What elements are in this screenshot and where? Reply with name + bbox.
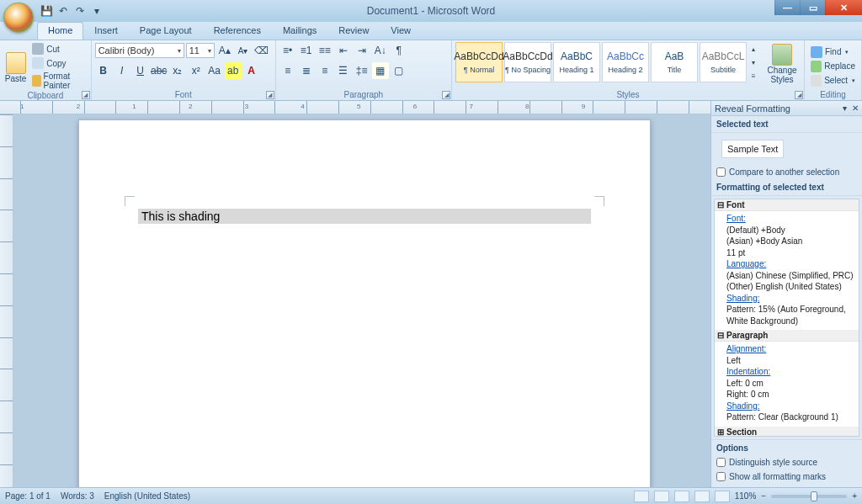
status-words[interactable]: Words: 3	[61, 491, 94, 501]
multilevel-button[interactable]: ≡≡	[317, 42, 333, 59]
undo-icon[interactable]: ↶	[56, 3, 71, 19]
view-web-layout[interactable]	[674, 491, 689, 502]
indentation-link[interactable]: Indentation:	[726, 367, 770, 376]
tab-mailings[interactable]: Mailings	[272, 22, 327, 40]
style-scroll-up[interactable]: ▴	[748, 42, 758, 56]
select-button[interactable]: Select▾	[808, 74, 858, 88]
tab-view[interactable]: View	[380, 22, 422, 40]
tab-review[interactable]: Review	[327, 22, 380, 40]
align-right-button[interactable]: ≡	[317, 62, 333, 79]
replace-button[interactable]: Replace	[808, 60, 858, 73]
paragraph-dialog-launcher[interactable]: ◢	[442, 91, 450, 99]
shading-link[interactable]: Shading:	[726, 294, 759, 303]
panel-dropdown-icon[interactable]: ▾	[843, 103, 847, 113]
change-case-button[interactable]: Aa	[206, 62, 223, 79]
vertical-ruler[interactable]	[0, 114, 13, 487]
numbering-button[interactable]: ≡1	[298, 42, 315, 59]
copy-button[interactable]: Copy	[29, 56, 87, 70]
decrease-indent-button[interactable]: ⇤	[335, 42, 352, 59]
superscript-button[interactable]: x²	[188, 62, 205, 79]
para-shading-link[interactable]: Shading:	[726, 401, 759, 411]
close-button[interactable]: ✕	[825, 0, 862, 15]
distinguish-checkbox-row[interactable]: Distinguish style source	[716, 455, 857, 470]
sort-button[interactable]: A↓	[372, 42, 389, 59]
minimize-button[interactable]: —	[774, 0, 800, 15]
formatting-details[interactable]: ⊟Font Font: (Default) +Body (Asian) +Bod…	[714, 199, 859, 437]
clipboard-dialog-launcher[interactable]: ◢	[82, 91, 90, 99]
expand-icon[interactable]: ⊞	[717, 427, 724, 437]
section-header[interactable]: ⊞Section	[715, 427, 859, 438]
shaded-text-line[interactable]: This is shading	[138, 209, 591, 224]
style-scroll-down[interactable]: ▾	[748, 56, 758, 69]
zoom-thumb[interactable]	[811, 491, 817, 501]
sample-text-box[interactable]: Sample Text	[721, 140, 784, 158]
status-language[interactable]: English (United States)	[104, 491, 190, 501]
view-print-layout[interactable]	[634, 491, 649, 502]
compare-checkbox-row[interactable]: Compare to another selection	[711, 165, 862, 179]
tab-page-layout[interactable]: Page Layout	[129, 22, 203, 40]
subscript-button[interactable]: x₂	[169, 62, 186, 79]
paragraph-header[interactable]: ⊟Paragraph	[715, 330, 859, 342]
view-outline[interactable]	[694, 491, 710, 502]
change-styles-button[interactable]: Change Styles	[764, 42, 801, 84]
showall-checkbox[interactable]	[716, 472, 726, 481]
bold-button[interactable]: B	[95, 62, 112, 79]
style-tile--normal[interactable]: AaBbCcDd¶ Normal	[455, 42, 503, 82]
collapse-icon[interactable]: ⊟	[717, 200, 724, 210]
page[interactable]: This is shading	[78, 119, 651, 487]
zoom-slider[interactable]	[771, 495, 847, 498]
font-dialog-launcher[interactable]: ◢	[266, 91, 274, 99]
line-spacing-button[interactable]: ‡≡	[354, 62, 370, 79]
font-color-button[interactable]: A	[243, 62, 260, 79]
style-tile-heading-2[interactable]: AaBbCcHeading 2	[602, 42, 649, 82]
shrink-font-button[interactable]: A▾	[235, 42, 252, 59]
zoom-in-button[interactable]: +	[852, 491, 857, 501]
underline-button[interactable]: U	[132, 62, 149, 79]
align-left-button[interactable]: ≡	[279, 62, 296, 79]
font-header[interactable]: ⊟Font	[715, 199, 859, 211]
find-button[interactable]: Find▾	[808, 45, 858, 59]
collapse-icon[interactable]: ⊟	[717, 331, 724, 340]
tab-insert[interactable]: Insert	[83, 22, 129, 40]
paste-button[interactable]: Paste	[3, 42, 28, 91]
highlight-button[interactable]: ab	[225, 62, 242, 79]
tab-home[interactable]: Home	[37, 22, 83, 40]
status-page[interactable]: Page: 1 of 1	[5, 491, 51, 501]
redo-icon[interactable]: ↷	[72, 3, 88, 19]
showall-checkbox-row[interactable]: Show all formatting marks	[716, 470, 857, 484]
zoom-value[interactable]: 110%	[735, 491, 757, 501]
view-full-screen[interactable]	[654, 491, 669, 502]
save-icon[interactable]: 💾	[39, 3, 54, 19]
styles-dialog-launcher[interactable]: ◢	[795, 91, 803, 99]
alignment-link[interactable]: Alignment:	[726, 344, 766, 353]
strike-button[interactable]: abc	[151, 62, 168, 79]
style-tile-title[interactable]: AaBTitle	[651, 42, 698, 82]
office-button[interactable]	[3, 3, 34, 33]
document-canvas[interactable]: This is shading	[13, 114, 710, 487]
align-center-button[interactable]: ≣	[298, 62, 315, 79]
format-painter-button[interactable]: Format Painter	[29, 71, 87, 91]
panel-close-icon[interactable]: ✕	[852, 103, 859, 113]
borders-button[interactable]: ▢	[391, 62, 407, 79]
align-justify-button[interactable]: ☰	[335, 62, 352, 79]
cut-button[interactable]: Cut	[29, 42, 87, 56]
qat-menu-icon[interactable]: ▾	[89, 3, 104, 19]
style-tile-subtitle[interactable]: AaBbCcLSubtitle	[700, 42, 747, 82]
clear-formatting-button[interactable]: ⌫	[253, 42, 270, 59]
grow-font-button[interactable]: A▴	[216, 42, 233, 59]
increase-indent-button[interactable]: ⇥	[354, 42, 370, 59]
maximize-button[interactable]: ▭	[800, 0, 825, 15]
compare-checkbox[interactable]	[716, 167, 726, 177]
font-size-combo[interactable]: 11▾	[186, 43, 215, 58]
language-link[interactable]: Language:	[726, 259, 766, 268]
tab-references[interactable]: References	[203, 22, 272, 40]
shading-button[interactable]: ▦	[372, 62, 389, 79]
style-tile-heading-1[interactable]: AaBbCHeading 1	[553, 42, 600, 82]
italic-button[interactable]: I	[114, 62, 130, 79]
zoom-out-button[interactable]: −	[761, 491, 766, 501]
horizontal-ruler[interactable]: 1 2 1 2 3 4 5 6 7 8 9	[0, 101, 710, 114]
style-gallery[interactable]: AaBbCcDd¶ NormalAaBbCcDd¶ No SpacingAaBb…	[455, 42, 747, 82]
distinguish-checkbox[interactable]	[716, 458, 726, 467]
font-link[interactable]: Font:	[726, 214, 746, 223]
font-name-combo[interactable]: Calibri (Body)▾	[95, 43, 184, 58]
